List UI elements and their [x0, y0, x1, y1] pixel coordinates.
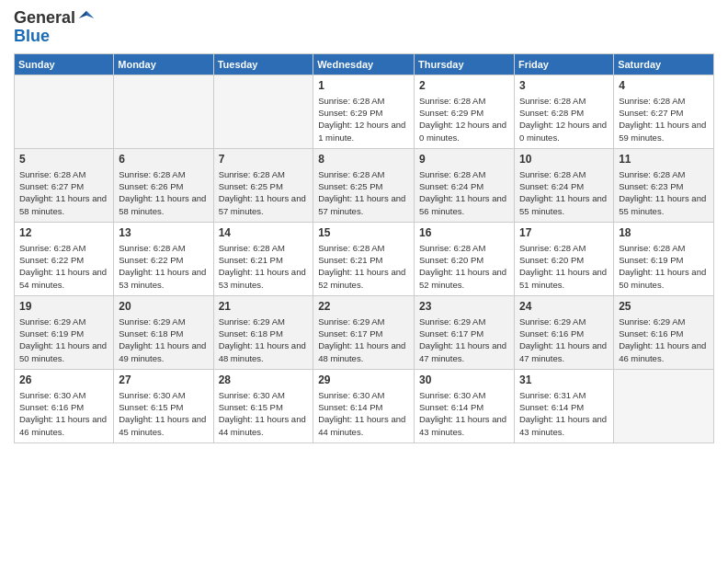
day-of-week-header: Tuesday [213, 53, 313, 75]
day-number: 12 [19, 226, 108, 239]
day-info: Sunrise: 6:30 AMSunset: 6:14 PMDaylight:… [419, 389, 509, 438]
day-info: Sunrise: 6:28 AMSunset: 6:25 PMDaylight:… [318, 168, 409, 217]
calendar-day-cell: 25Sunrise: 6:29 AMSunset: 6:16 PMDayligh… [614, 295, 714, 369]
day-info: Sunrise: 6:28 AMSunset: 6:24 PMDaylight:… [519, 168, 609, 217]
day-info: Sunrise: 6:29 AMSunset: 6:17 PMDaylight:… [318, 316, 409, 364]
calendar: SundayMondayTuesdayWednesdayThursdayFrid… [14, 53, 714, 443]
calendar-week-row: 5Sunrise: 6:28 AMSunset: 6:27 PMDaylight… [15, 148, 714, 222]
calendar-day-cell: 8Sunrise: 6:28 AMSunset: 6:25 PMDaylight… [313, 148, 415, 222]
calendar-day-cell: 5Sunrise: 6:28 AMSunset: 6:27 PMDaylight… [15, 148, 114, 222]
day-info: Sunrise: 6:30 AMSunset: 6:14 PMDaylight:… [318, 389, 409, 438]
header: General Blue [14, 9, 714, 46]
day-info: Sunrise: 6:28 AMSunset: 6:27 PMDaylight:… [619, 95, 709, 144]
day-number: 21 [219, 300, 309, 313]
day-info: Sunrise: 6:28 AMSunset: 6:25 PMDaylight:… [219, 168, 309, 217]
day-info: Sunrise: 6:28 AMSunset: 6:27 PMDaylight:… [19, 168, 108, 217]
day-info: Sunrise: 6:29 AMSunset: 6:17 PMDaylight:… [419, 316, 509, 364]
day-of-week-header: Monday [114, 53, 213, 75]
calendar-day-cell: 15Sunrise: 6:28 AMSunset: 6:21 PMDayligh… [313, 222, 415, 295]
day-info: Sunrise: 6:28 AMSunset: 6:28 PMDaylight:… [519, 95, 609, 144]
day-number: 30 [419, 373, 509, 386]
day-number: 2 [419, 79, 509, 92]
day-info: Sunrise: 6:31 AMSunset: 6:14 PMDaylight:… [519, 389, 609, 438]
day-info: Sunrise: 6:29 AMSunset: 6:16 PMDaylight:… [519, 316, 609, 364]
calendar-header-row: SundayMondayTuesdayWednesdayThursdayFrid… [15, 53, 714, 75]
day-info: Sunrise: 6:30 AMSunset: 6:15 PMDaylight:… [219, 389, 309, 438]
day-number: 14 [219, 226, 309, 239]
calendar-day-cell: 18Sunrise: 6:28 AMSunset: 6:19 PMDayligh… [614, 222, 714, 295]
calendar-day-cell: 28Sunrise: 6:30 AMSunset: 6:15 PMDayligh… [213, 369, 313, 442]
calendar-day-cell: 7Sunrise: 6:28 AMSunset: 6:25 PMDaylight… [213, 148, 313, 222]
calendar-day-cell: 30Sunrise: 6:30 AMSunset: 6:14 PMDayligh… [415, 369, 515, 442]
calendar-day-cell: 10Sunrise: 6:28 AMSunset: 6:24 PMDayligh… [514, 148, 613, 222]
day-info: Sunrise: 6:28 AMSunset: 6:22 PMDaylight:… [119, 242, 208, 291]
day-number: 11 [619, 153, 709, 166]
day-number: 24 [519, 300, 609, 313]
day-number: 16 [419, 226, 509, 239]
calendar-day-cell: 11Sunrise: 6:28 AMSunset: 6:23 PMDayligh… [614, 148, 714, 222]
day-info: Sunrise: 6:29 AMSunset: 6:18 PMDaylight:… [119, 316, 208, 364]
calendar-week-row: 26Sunrise: 6:30 AMSunset: 6:16 PMDayligh… [15, 369, 714, 442]
day-number: 3 [519, 79, 609, 92]
day-info: Sunrise: 6:28 AMSunset: 6:29 PMDaylight:… [419, 95, 509, 144]
day-info: Sunrise: 6:30 AMSunset: 6:15 PMDaylight:… [119, 389, 208, 438]
day-number: 4 [619, 79, 709, 92]
day-number: 18 [619, 226, 709, 239]
day-number: 17 [519, 226, 609, 239]
day-info: Sunrise: 6:28 AMSunset: 6:22 PMDaylight:… [19, 242, 108, 291]
day-number: 28 [219, 373, 309, 386]
day-number: 13 [119, 226, 208, 239]
day-of-week-header: Thursday [415, 53, 515, 75]
logo-icon [77, 9, 96, 28]
calendar-day-cell: 19Sunrise: 6:29 AMSunset: 6:19 PMDayligh… [15, 295, 114, 369]
day-number: 20 [119, 300, 208, 313]
day-number: 9 [419, 153, 509, 166]
logo-general: General [14, 9, 75, 28]
logo: General Blue [14, 9, 96, 46]
day-of-week-header: Wednesday [313, 53, 415, 75]
calendar-day-cell: 16Sunrise: 6:28 AMSunset: 6:20 PMDayligh… [415, 222, 515, 295]
calendar-day-cell: 27Sunrise: 6:30 AMSunset: 6:15 PMDayligh… [114, 369, 213, 442]
day-number: 6 [119, 153, 208, 166]
calendar-day-cell: 31Sunrise: 6:31 AMSunset: 6:14 PMDayligh… [514, 369, 613, 442]
day-number: 19 [19, 300, 108, 313]
calendar-day-cell: 20Sunrise: 6:29 AMSunset: 6:18 PMDayligh… [114, 295, 213, 369]
calendar-day-cell: 17Sunrise: 6:28 AMSunset: 6:20 PMDayligh… [514, 222, 613, 295]
calendar-day-cell [114, 75, 213, 148]
day-number: 7 [219, 153, 309, 166]
day-number: 5 [19, 153, 108, 166]
day-info: Sunrise: 6:28 AMSunset: 6:21 PMDaylight:… [219, 242, 309, 291]
calendar-day-cell: 26Sunrise: 6:30 AMSunset: 6:16 PMDayligh… [15, 369, 114, 442]
calendar-day-cell: 22Sunrise: 6:29 AMSunset: 6:17 PMDayligh… [313, 295, 415, 369]
day-info: Sunrise: 6:28 AMSunset: 6:29 PMDaylight:… [318, 95, 409, 144]
day-info: Sunrise: 6:28 AMSunset: 6:21 PMDaylight:… [318, 242, 409, 291]
calendar-day-cell: 29Sunrise: 6:30 AMSunset: 6:14 PMDayligh… [313, 369, 415, 442]
day-of-week-header: Friday [514, 53, 613, 75]
calendar-day-cell: 23Sunrise: 6:29 AMSunset: 6:17 PMDayligh… [415, 295, 515, 369]
calendar-day-cell: 4Sunrise: 6:28 AMSunset: 6:27 PMDaylight… [614, 75, 714, 148]
calendar-day-cell: 9Sunrise: 6:28 AMSunset: 6:24 PMDaylight… [415, 148, 515, 222]
calendar-day-cell: 14Sunrise: 6:28 AMSunset: 6:21 PMDayligh… [213, 222, 313, 295]
day-number: 25 [619, 300, 709, 313]
day-of-week-header: Saturday [614, 53, 714, 75]
day-number: 1 [318, 79, 409, 92]
calendar-day-cell [614, 369, 714, 442]
calendar-day-cell: 1Sunrise: 6:28 AMSunset: 6:29 PMDaylight… [313, 75, 415, 148]
day-of-week-header: Sunday [15, 53, 114, 75]
day-number: 10 [519, 153, 609, 166]
day-number: 29 [318, 373, 409, 386]
day-number: 15 [318, 226, 409, 239]
calendar-week-row: 12Sunrise: 6:28 AMSunset: 6:22 PMDayligh… [15, 222, 714, 295]
page-container: General Blue SundayMondayTuesdayWednesda… [0, 0, 728, 453]
day-number: 8 [318, 153, 409, 166]
day-info: Sunrise: 6:29 AMSunset: 6:18 PMDaylight:… [219, 316, 309, 364]
calendar-week-row: 19Sunrise: 6:29 AMSunset: 6:19 PMDayligh… [15, 295, 714, 369]
day-info: Sunrise: 6:28 AMSunset: 6:26 PMDaylight:… [119, 168, 208, 217]
calendar-day-cell [15, 75, 114, 148]
day-number: 23 [419, 300, 509, 313]
calendar-day-cell: 13Sunrise: 6:28 AMSunset: 6:22 PMDayligh… [114, 222, 213, 295]
calendar-week-row: 1Sunrise: 6:28 AMSunset: 6:29 PMDaylight… [15, 75, 714, 148]
calendar-day-cell: 2Sunrise: 6:28 AMSunset: 6:29 PMDaylight… [415, 75, 515, 148]
day-number: 31 [519, 373, 609, 386]
calendar-day-cell: 3Sunrise: 6:28 AMSunset: 6:28 PMDaylight… [514, 75, 613, 148]
